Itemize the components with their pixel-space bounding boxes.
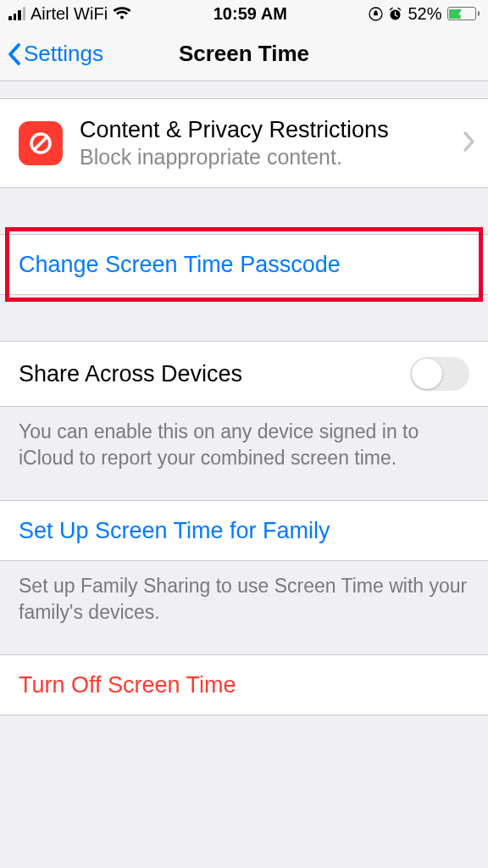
cellular-signal-icon bbox=[8, 7, 25, 20]
svg-line-3 bbox=[34, 136, 47, 150]
battery-icon bbox=[447, 7, 480, 20]
content-privacy-subtitle: Block inappropriate content. bbox=[80, 145, 444, 170]
status-right: 52% bbox=[369, 4, 480, 24]
change-passcode-label: Change Screen Time Passcode bbox=[19, 252, 341, 278]
back-label: Settings bbox=[24, 41, 103, 67]
orientation-lock-icon bbox=[369, 7, 383, 21]
chevron-left-icon bbox=[7, 42, 22, 66]
content-privacy-title: Content & Privacy Restrictions bbox=[80, 117, 444, 143]
nav-header: Settings Screen Time bbox=[0, 27, 488, 81]
status-left: Airtel WiFi bbox=[8, 4, 131, 24]
battery-percent: 52% bbox=[408, 4, 441, 24]
carrier-label: Airtel WiFi bbox=[30, 4, 108, 24]
status-time: 10:59 AM bbox=[214, 4, 287, 24]
page-title: Screen Time bbox=[179, 41, 309, 67]
setup-family-row[interactable]: Set Up Screen Time for Family bbox=[0, 500, 488, 561]
setup-family-footer: Set up Family Sharing to use Screen Time… bbox=[0, 561, 488, 626]
share-across-devices-toggle[interactable] bbox=[410, 357, 469, 391]
chevron-right-icon bbox=[461, 130, 476, 157]
wifi-icon bbox=[113, 7, 131, 20]
share-across-devices-label: Share Across Devices bbox=[19, 361, 242, 387]
back-button[interactable]: Settings bbox=[0, 41, 103, 67]
content-privacy-row[interactable]: Content & Privacy Restrictions Block ina… bbox=[0, 98, 488, 188]
turn-off-screen-time-row[interactable]: Turn Off Screen Time bbox=[0, 654, 488, 715]
status-bar: Airtel WiFi 10:59 AM 52% bbox=[0, 0, 488, 27]
no-symbol-icon bbox=[19, 121, 63, 165]
setup-family-label: Set Up Screen Time for Family bbox=[19, 518, 330, 544]
share-across-devices-footer: You can enable this on any device signed… bbox=[0, 407, 488, 471]
alarm-icon bbox=[388, 7, 402, 21]
change-passcode-row[interactable]: Change Screen Time Passcode bbox=[0, 234, 488, 295]
turn-off-label: Turn Off Screen Time bbox=[19, 672, 236, 698]
content-privacy-text: Content & Privacy Restrictions Block ina… bbox=[80, 117, 444, 170]
share-across-devices-row: Share Across Devices bbox=[0, 341, 488, 407]
